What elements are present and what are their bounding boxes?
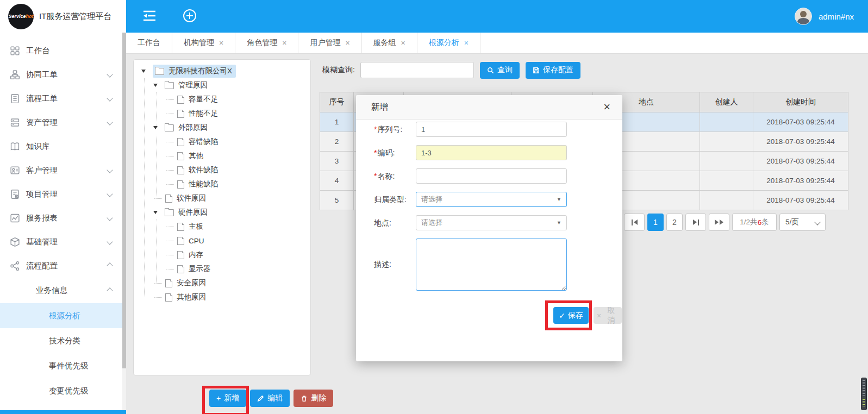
tree-node-security-reason[interactable]: 安全原因 [134,276,310,290]
page-size-select[interactable]: 5/页 [779,214,826,231]
sidebar-item-workbench[interactable]: 工作台 [0,39,126,62]
tab-close-icon[interactable]: × [345,39,349,47]
cell-creator [700,191,753,210]
code-input[interactable] [416,145,567,160]
add-tab-button[interactable] [180,8,199,25]
tree-connector [166,227,174,227]
tree-node-performance-short[interactable]: 性能不足 [134,106,310,121]
file-icon [177,138,184,146]
tree-node-other-reason[interactable]: 其他原因 [134,290,310,304]
cell-created: 2018-07-03 09:25:44 [753,171,848,191]
first-page-button[interactable] [624,214,645,231]
sidebar-item-customers[interactable]: 客户管理 [0,158,126,182]
tab-workbench[interactable]: 工作台 [126,33,172,53]
sidebar-subitem-label: 变更优先级 [49,386,89,396]
tree-node-other[interactable]: 其他 [134,149,310,163]
sidebar-item-label: 流程配置 [26,261,58,271]
location-select[interactable]: 请选择 ▼ [416,215,567,230]
triangle-right-icon [693,219,697,225]
tree-node-memory[interactable]: 内存 [134,248,310,262]
tree-node-label: 其他原因 [177,292,206,302]
tree-node-monitor[interactable]: 显示器 [134,262,310,276]
chevron-down-icon [107,215,113,221]
tab-label: 用户管理 [310,38,340,48]
tab-role-mgmt[interactable]: 角色管理× [235,33,298,53]
add-button[interactable]: + 新增 [209,390,246,407]
page-1-button[interactable]: 1 [647,214,664,231]
tab-close-icon[interactable]: × [219,39,223,47]
delete-button[interactable]: 删除 [294,390,333,407]
tree-node-external-reason[interactable]: 外部原因 [134,121,310,135]
tree-caret-icon[interactable] [153,84,158,87]
tree-caret-icon[interactable] [153,126,158,129]
page-size-label: 5/页 [785,217,799,227]
page-2-button[interactable]: 2 [666,214,683,231]
sidebar-item-label: 知识库 [26,141,50,152]
tab-root-cause[interactable]: 根源分析× [417,33,480,53]
tree-node-mainboard[interactable]: 主板 [134,219,310,234]
tree-connector [166,241,174,241]
sidebar-item-knowledge[interactable]: 知识库 [0,134,126,158]
tree-caret-icon[interactable] [141,70,146,73]
chevron-down-icon [107,191,113,197]
type-select[interactable]: 请选择 ▼ [416,192,567,207]
tab-close-icon[interactable]: × [401,39,405,47]
edit-button[interactable]: 编辑 [250,390,290,407]
collapse-sidebar-button[interactable] [140,8,159,25]
widget-lines-green [863,398,865,407]
tree-node-software-defect[interactable]: 软件缺陷 [134,163,310,177]
tree-node-mgmt-reason[interactable]: 管理原因 [134,78,310,92]
sidebar-subitem-root-cause[interactable]: 根源分析 [0,303,126,328]
tab-user-mgmt[interactable]: 用户管理× [298,33,361,53]
sidebar-scrollbar[interactable] [122,33,126,414]
tree-node-hardware-reason[interactable]: 硬件原因 [134,205,310,219]
serial-input[interactable] [416,122,567,137]
plus-icon: + [216,394,221,402]
tab-service-group[interactable]: 服务组× [362,33,417,53]
select-arrow-icon: ▼ [557,197,561,202]
tree-node-software-reason[interactable]: 软件原因 [134,191,310,205]
tab-close-icon[interactable]: × [282,39,286,47]
sidebar-group-label: 业务信息 [36,285,67,296]
query-button[interactable]: 查询 [480,62,520,79]
code-label-text: 编码: [377,148,395,157]
edit-button-label: 编辑 [267,393,283,403]
cell-created: 2018-07-03 09:25:44 [753,152,848,171]
tree-node-fault-tolerance[interactable]: 容错缺陷 [134,135,310,149]
tab-org-mgmt[interactable]: 机构管理× [172,33,235,53]
tree-node-performance-defect[interactable]: 性能缺陷 [134,177,310,191]
desc-label: 描述: [374,260,391,269]
sidebar-item-flow-config[interactable]: 流程配置 [0,254,126,278]
sidebar-subitem-change-priority[interactable]: 变更优先级 [0,378,126,403]
scrollbar-thumb[interactable] [122,33,126,368]
sidebar-subitem-incident-priority[interactable]: 事件优先级 [0,353,126,378]
user-menu[interactable]: admin#nx [795,0,854,33]
dialog-close-icon[interactable]: × [600,99,614,115]
desc-textarea[interactable] [416,239,567,291]
sidebar-item-collab-orders[interactable]: 协同工单 [0,62,126,86]
avatar-head [800,11,807,17]
tree-node-capacity[interactable]: 容量不足 [134,92,310,106]
cancel-button[interactable]: × 取消 [594,307,622,324]
fuzzy-search-input[interactable] [360,62,474,78]
type-select-value: 请选择 [421,195,442,204]
tree-node-company[interactable]: 无限科技有限公司X [134,64,310,78]
sidebar-item-process-orders[interactable]: 流程工单 [0,86,126,110]
last-page-button[interactable] [709,214,729,231]
next-page-button[interactable] [685,214,706,231]
tab-close-icon[interactable]: × [464,39,469,47]
sidebar-subitem-tech-category[interactable]: 技术分类 [0,328,126,353]
sidebar-item-assets[interactable]: 资产管理 [0,110,126,134]
sidebar-item-base-mgmt[interactable]: 基础管理 [0,230,126,254]
file-icon [165,279,172,287]
sidebar-item-reports[interactable]: 服务报表 [0,206,126,230]
save-button[interactable]: ✓ 保存 [553,307,589,324]
tree-caret-icon[interactable] [153,211,158,214]
sidebar-group-business-info[interactable]: 业务信息 [0,278,126,303]
dialog-header: 新增 × [356,95,622,120]
name-input[interactable] [416,168,567,184]
tree-node-cpu[interactable]: CPU [134,234,310,248]
save-config-button[interactable]: 保存配置 [526,62,580,79]
trash-icon [301,395,308,402]
sidebar-item-projects[interactable]: 项目管理 [0,182,126,206]
